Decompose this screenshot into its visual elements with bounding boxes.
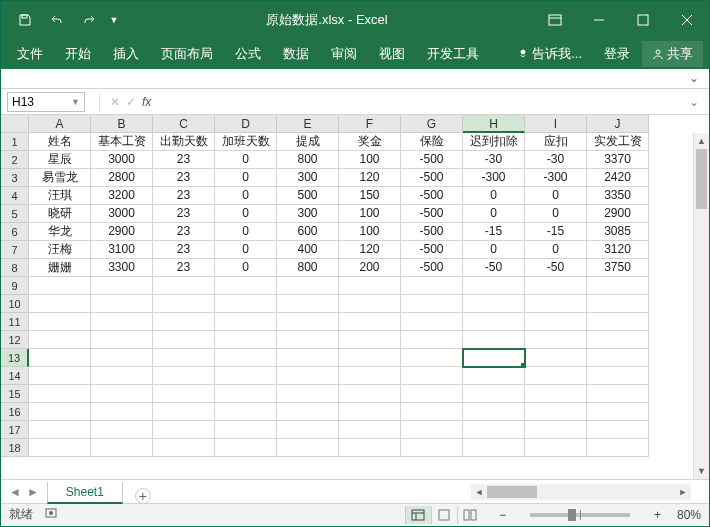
cell[interactable] (401, 421, 463, 439)
cell[interactable] (525, 331, 587, 349)
row-header[interactable]: 1 (1, 133, 29, 151)
tab-developer[interactable]: 开发工具 (417, 41, 489, 67)
cell[interactable]: -500 (401, 223, 463, 241)
cell[interactable] (463, 295, 525, 313)
row-header[interactable]: 8 (1, 259, 29, 277)
cell[interactable] (91, 295, 153, 313)
cell[interactable] (215, 367, 277, 385)
cell[interactable]: 易雪龙 (29, 169, 91, 187)
cell[interactable]: 100 (339, 205, 401, 223)
cell[interactable] (91, 277, 153, 295)
cell[interactable] (91, 367, 153, 385)
scroll-down-icon[interactable]: ▼ (694, 463, 709, 479)
cell[interactable] (277, 331, 339, 349)
cell[interactable] (587, 277, 649, 295)
tab-view[interactable]: 视图 (369, 41, 415, 67)
cell[interactable]: 0 (215, 187, 277, 205)
cell[interactable]: -30 (525, 151, 587, 169)
row-header[interactable]: 3 (1, 169, 29, 187)
scroll-left-icon[interactable]: ◄ (471, 487, 487, 497)
row-header[interactable]: 15 (1, 385, 29, 403)
row-header[interactable]: 17 (1, 421, 29, 439)
tab-formulas[interactable]: 公式 (225, 41, 271, 67)
cell[interactable] (29, 331, 91, 349)
cell[interactable]: 0 (463, 205, 525, 223)
cell[interactable] (463, 439, 525, 457)
sheet-nav-prev-icon[interactable]: ◄ (9, 485, 21, 499)
cell[interactable]: 3000 (91, 151, 153, 169)
cell[interactable]: -300 (463, 169, 525, 187)
cell[interactable] (91, 313, 153, 331)
normal-view-icon[interactable] (405, 506, 431, 524)
cell[interactable]: 星辰 (29, 151, 91, 169)
cell[interactable] (587, 439, 649, 457)
cell[interactable] (525, 295, 587, 313)
cell[interactable] (153, 313, 215, 331)
cell[interactable] (215, 421, 277, 439)
cell[interactable]: 0 (215, 169, 277, 187)
cell[interactable]: 23 (153, 187, 215, 205)
cell[interactable] (525, 403, 587, 421)
cell[interactable] (153, 403, 215, 421)
cell[interactable] (153, 295, 215, 313)
cell[interactable] (587, 421, 649, 439)
formula-input[interactable] (161, 92, 681, 112)
cell[interactable] (153, 439, 215, 457)
column-header[interactable]: J (587, 115, 649, 133)
cell[interactable] (91, 403, 153, 421)
ribbon-expand-icon[interactable]: ⌄ (689, 71, 699, 85)
login-button[interactable]: 登录 (594, 41, 640, 67)
cell[interactable] (587, 313, 649, 331)
row-header[interactable]: 14 (1, 367, 29, 385)
zoom-slider[interactable] (530, 513, 630, 517)
cell[interactable]: 2900 (91, 223, 153, 241)
insert-function-icon[interactable]: fx (142, 95, 151, 109)
cell[interactable] (29, 385, 91, 403)
cell[interactable] (401, 367, 463, 385)
cell[interactable] (215, 313, 277, 331)
cell[interactable] (91, 349, 153, 367)
cell[interactable]: 500 (277, 187, 339, 205)
cell[interactable] (401, 385, 463, 403)
cell[interactable]: 0 (525, 241, 587, 259)
cell[interactable] (463, 385, 525, 403)
close-icon[interactable] (665, 1, 709, 39)
spreadsheet-grid[interactable]: ABCDEFGHIJ 123456789101112131415161718 姓… (1, 115, 709, 479)
cell[interactable] (29, 349, 91, 367)
tab-home[interactable]: 开始 (55, 41, 101, 67)
cell[interactable]: 0 (525, 205, 587, 223)
cell[interactable] (215, 277, 277, 295)
cell[interactable]: -15 (463, 223, 525, 241)
cell[interactable] (463, 367, 525, 385)
cell[interactable] (277, 313, 339, 331)
cell[interactable] (215, 439, 277, 457)
cell[interactable]: 3370 (587, 151, 649, 169)
cell[interactable] (153, 421, 215, 439)
cell[interactable] (587, 349, 649, 367)
column-header[interactable]: H (463, 115, 525, 133)
cell[interactable]: 23 (153, 169, 215, 187)
cell[interactable] (463, 421, 525, 439)
cell[interactable] (525, 421, 587, 439)
column-header[interactable]: G (401, 115, 463, 133)
row-header[interactable]: 13 (1, 349, 29, 367)
cell[interactable] (277, 367, 339, 385)
cell[interactable] (463, 331, 525, 349)
cell[interactable]: 0 (463, 241, 525, 259)
name-box[interactable]: H13 ▼ (7, 92, 85, 112)
cell[interactable]: 3100 (91, 241, 153, 259)
new-sheet-icon[interactable]: + (135, 488, 151, 504)
cell[interactable] (525, 349, 587, 367)
cell[interactable]: 姓名 (29, 133, 91, 151)
column-header[interactable]: I (525, 115, 587, 133)
cell[interactable] (339, 367, 401, 385)
vscroll-thumb[interactable] (696, 149, 707, 209)
row-header[interactable]: 9 (1, 277, 29, 295)
cell[interactable]: 实发工资 (587, 133, 649, 151)
cell[interactable]: -500 (401, 169, 463, 187)
row-header[interactable]: 7 (1, 241, 29, 259)
cell[interactable] (91, 421, 153, 439)
cell[interactable] (215, 385, 277, 403)
column-header[interactable]: D (215, 115, 277, 133)
sheet-tab-sheet1[interactable]: Sheet1 (47, 482, 123, 504)
